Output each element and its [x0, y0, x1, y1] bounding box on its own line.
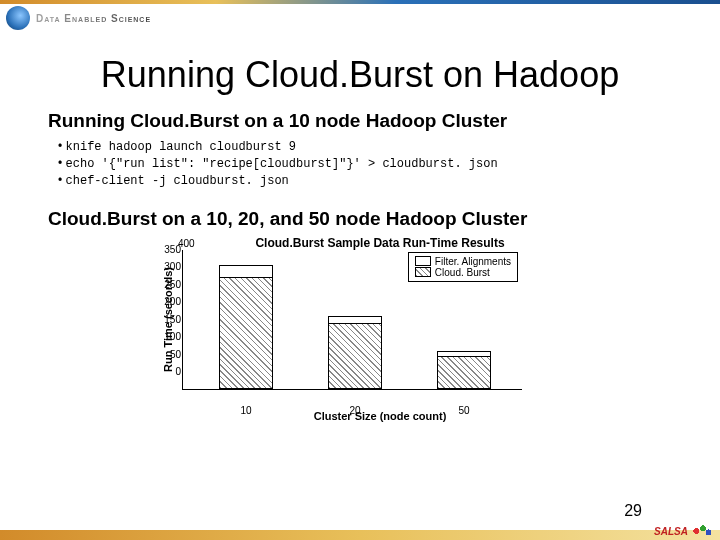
chart-plot-area: 350 300 250 200 150 100 50 0: [182, 250, 522, 390]
bar-cloudburst-50: [437, 356, 491, 389]
brand-block: Data Enabled Science: [6, 6, 151, 30]
x-axis-label: Cluster Size (node count): [200, 410, 560, 422]
page-number: 29: [624, 502, 642, 520]
y-axis-ticks: 350 300 250 200 150 100 50 0: [153, 244, 181, 396]
legend-row-filter: Filter. Alignments: [415, 256, 511, 267]
footer-gradient: [0, 530, 720, 540]
legend-swatch-white: [415, 256, 431, 266]
legend-row-cloudburst: Cloud. Burst: [415, 267, 511, 278]
chart-container: 400 Cloud.Burst Sample Data Run-Time Res…: [160, 236, 560, 422]
command-line: echo '{"run list": "recipe[cloudburst]"}…: [58, 155, 672, 172]
brand-text: Data Enabled Science: [36, 13, 151, 24]
page-title: Running Cloud.Burst on Hadoop: [48, 54, 672, 96]
footer-logo: SALSA: [654, 524, 714, 538]
command-list: knife hadoop launch cloudburst 9 echo '{…: [48, 138, 672, 190]
bar-cloudburst-20: [328, 323, 382, 389]
brand-globe-icon: [6, 6, 30, 30]
salsa-bubbles-icon: [692, 524, 714, 538]
slide-body: Running Cloud.Burst on Hadoop Running Cl…: [0, 4, 720, 422]
section1-heading: Running Cloud.Burst on a 10 node Hadoop …: [48, 110, 672, 132]
chart-legend: Filter. Alignments Cloud. Burst: [408, 252, 518, 282]
command-line: knife hadoop launch cloudburst 9: [58, 138, 672, 155]
bar-cloudburst-10: [219, 277, 273, 389]
section2-heading: Cloud.Burst on a 10, 20, and 50 node Had…: [48, 208, 672, 230]
chart-title: 400 Cloud.Burst Sample Data Run-Time Res…: [200, 236, 560, 250]
footer-bar: [0, 522, 720, 540]
command-line: chef-client -j cloudburst. json: [58, 172, 672, 189]
legend-swatch-hatched: [415, 267, 431, 277]
